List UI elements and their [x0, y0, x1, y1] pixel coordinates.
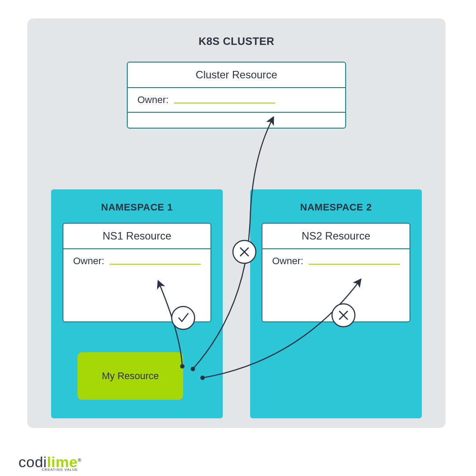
cluster-title: K8S CLUSTER — [27, 18, 446, 48]
ns1-resource-owner-row: Owner: — [63, 248, 210, 273]
namespace-1-title: NAMESPACE 1 — [51, 189, 223, 223]
namespace-1: NAMESPACE 1 NS1 Resource Owner: My Resou… — [51, 189, 223, 418]
owner-label: Owner: — [73, 255, 104, 267]
logo-registered: ® — [77, 458, 81, 463]
my-resource: My Resource — [77, 352, 183, 400]
cluster-panel: K8S CLUSTER Cluster Resource Owner: NAME… — [27, 18, 446, 428]
owner-label: Owner: — [272, 255, 303, 267]
cluster-resource-empty-row — [128, 112, 345, 128]
cluster-resource-card: Cluster Resource Owner: — [127, 62, 346, 129]
owner-underline — [309, 264, 400, 265]
namespace-2-title: NAMESPACE 2 — [250, 189, 422, 223]
my-resource-label: My Resource — [102, 370, 159, 382]
owner-underline — [110, 264, 201, 265]
cluster-resource-title: Cluster Resource — [128, 63, 345, 87]
ns2-resource-card: NS2 Resource Owner: — [262, 223, 410, 322]
codilime-logo: codilime® CREATING VALUE — [18, 454, 81, 471]
logo-tagline: CREATING VALUE — [41, 468, 78, 472]
namespace-2: NAMESPACE 2 NS2 Resource Owner: — [250, 189, 422, 418]
ns1-resource-card: NS1 Resource Owner: — [63, 223, 211, 322]
ns1-resource-title: NS1 Resource — [63, 224, 210, 248]
ns2-resource-owner-row: Owner: — [262, 248, 410, 273]
ns2-resource-title: NS2 Resource — [262, 224, 410, 248]
cluster-resource-owner-row: Owner: — [128, 87, 345, 112]
owner-underline — [174, 103, 275, 103]
owner-label: Owner: — [137, 94, 169, 106]
